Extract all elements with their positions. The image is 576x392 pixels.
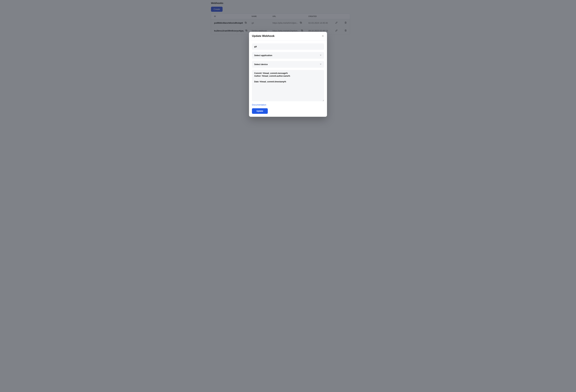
application-select-label: Select application: [254, 54, 272, 56]
modal-title: Update Webhook: [252, 34, 275, 38]
device-select[interactable]: Select device: [252, 61, 324, 68]
close-icon: ✕: [322, 34, 324, 38]
device-select-label: Select device: [254, 63, 268, 66]
template-textarea[interactable]: [252, 70, 324, 101]
application-select[interactable]: Select application: [252, 52, 324, 59]
modal-overlay: Update Webhook ✕ Select application Sele…: [0, 0, 576, 392]
webhook-name-input[interactable]: [252, 43, 324, 50]
update-webhook-modal: Update Webhook ✕ Select application Sele…: [249, 32, 327, 117]
update-button[interactable]: Update: [252, 108, 268, 114]
documentation-link[interactable]: Documentation: [252, 104, 324, 106]
chevron-down-icon: [319, 54, 322, 57]
close-button[interactable]: ✕: [322, 35, 324, 37]
chevron-down-icon: [319, 63, 322, 66]
